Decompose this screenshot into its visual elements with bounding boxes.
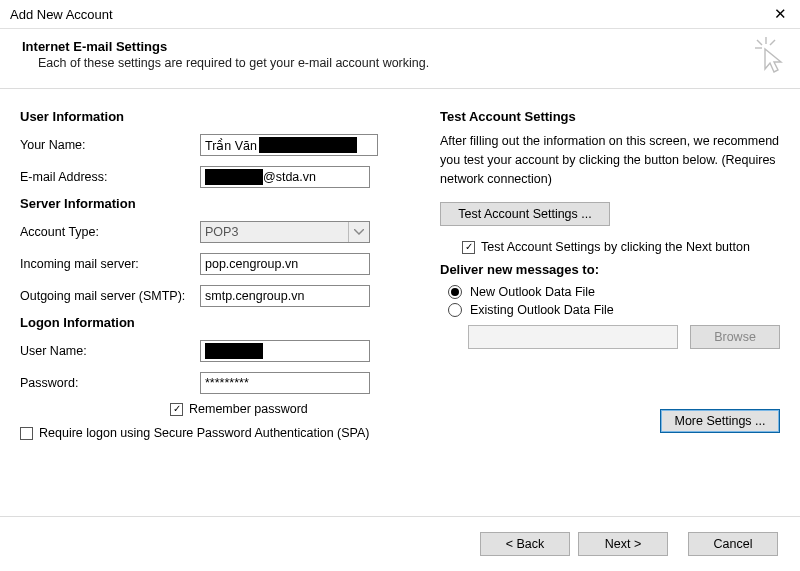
account-type-row: Account Type: POP3: [20, 219, 414, 245]
account-type-value: POP3: [205, 225, 238, 239]
chevron-down-icon: [348, 222, 369, 242]
email-suffix: @stda.vn: [263, 170, 316, 184]
account-type-label: Account Type:: [20, 225, 200, 239]
outgoing-row: Outgoing mail server (SMTP):: [20, 283, 414, 309]
existing-file-input[interactable]: [468, 325, 678, 349]
spa-checkbox[interactable]: [20, 427, 33, 440]
your-name-label: Your Name:: [20, 138, 200, 152]
incoming-input[interactable]: [200, 253, 370, 275]
your-name-value: Trần Văn: [205, 138, 257, 153]
test-next-row: ✓ Test Account Settings by clicking the …: [462, 240, 780, 254]
radio-new-label: New Outlook Data File: [470, 285, 595, 299]
close-icon[interactable]: ✕: [770, 5, 790, 23]
your-name-input[interactable]: Trần Văn: [200, 134, 378, 156]
cancel-button[interactable]: Cancel: [688, 532, 778, 556]
spa-label: Require logon using Secure Password Auth…: [39, 426, 370, 440]
outgoing-label: Outgoing mail server (SMTP):: [20, 289, 200, 303]
browse-button[interactable]: Browse: [690, 325, 780, 349]
email-label: E-mail Address:: [20, 170, 200, 184]
username-row: User Name:: [20, 338, 414, 364]
password-input[interactable]: [200, 372, 370, 394]
redacted-block: [205, 343, 263, 359]
content-area: User Information Your Name: Trần Văn E-m…: [0, 89, 800, 516]
svg-line-3: [770, 40, 775, 45]
radio-existing-row: Existing Outlook Data File: [448, 303, 780, 317]
test-settings-text: After filling out the information on thi…: [440, 132, 780, 188]
header-area: Internet E-mail Settings Each of these s…: [0, 29, 800, 89]
remember-label: Remember password: [189, 402, 308, 416]
username-label: User Name:: [20, 344, 200, 358]
user-info-title: User Information: [20, 109, 414, 124]
incoming-label: Incoming mail server:: [20, 257, 200, 271]
logon-info-title: Logon Information: [20, 315, 414, 330]
server-info-title: Server Information: [20, 196, 414, 211]
password-label: Password:: [20, 376, 200, 390]
svg-line-2: [757, 40, 762, 45]
header-title: Internet E-mail Settings: [22, 39, 784, 54]
radio-new-file[interactable]: [448, 285, 462, 299]
existing-file-row: Browse: [448, 325, 780, 349]
redacted-block: [205, 169, 263, 185]
your-name-row: Your Name: Trần Văn: [20, 132, 414, 158]
back-button[interactable]: < Back: [480, 532, 570, 556]
test-settings-title: Test Account Settings: [440, 109, 780, 124]
email-input[interactable]: @stda.vn: [200, 166, 370, 188]
right-column: Test Account Settings After filling out …: [440, 103, 780, 516]
titlebar: Add New Account ✕: [0, 0, 800, 29]
password-row: Password:: [20, 370, 414, 396]
test-next-label: Test Account Settings by clicking the Ne…: [481, 240, 750, 254]
cursor-click-icon: [752, 35, 786, 75]
radio-new-row: New Outlook Data File: [448, 285, 780, 299]
next-button[interactable]: Next >: [578, 532, 668, 556]
username-input[interactable]: [200, 340, 370, 362]
window-title: Add New Account: [10, 7, 113, 22]
remember-checkbox[interactable]: ✓: [170, 403, 183, 416]
email-row: E-mail Address: @stda.vn: [20, 164, 414, 190]
radio-existing-file[interactable]: [448, 303, 462, 317]
footer: < Back Next > Cancel: [0, 516, 800, 571]
outgoing-input[interactable]: [200, 285, 370, 307]
left-column: User Information Your Name: Trần Văn E-m…: [20, 103, 414, 516]
add-account-window: Add New Account ✕ Internet E-mail Settin…: [0, 0, 800, 571]
header-subtitle: Each of these settings are required to g…: [22, 54, 784, 70]
more-settings-button[interactable]: More Settings ...: [660, 409, 780, 433]
remember-password-row: ✓ Remember password: [20, 402, 414, 416]
incoming-row: Incoming mail server:: [20, 251, 414, 277]
account-type-select[interactable]: POP3: [200, 221, 370, 243]
spa-row: Require logon using Secure Password Auth…: [20, 426, 414, 440]
deliver-title: Deliver new messages to:: [440, 262, 780, 277]
redacted-block: [259, 137, 357, 153]
test-next-checkbox[interactable]: ✓: [462, 241, 475, 254]
radio-existing-label: Existing Outlook Data File: [470, 303, 614, 317]
test-account-button[interactable]: Test Account Settings ...: [440, 202, 610, 226]
